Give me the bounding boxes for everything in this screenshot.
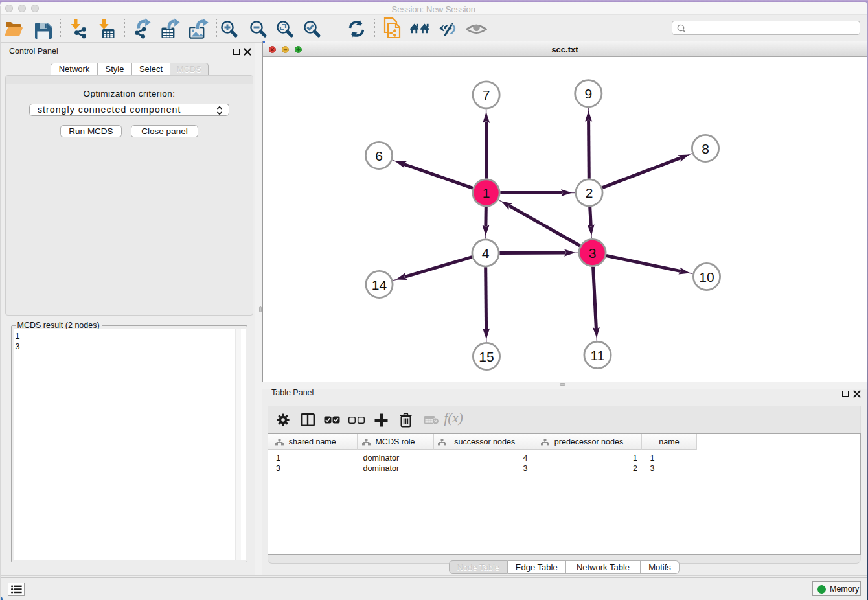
svg-text:2: 2 [586,185,593,200]
svg-text:15: 15 [479,349,494,364]
svg-text:9: 9 [584,86,592,101]
svg-text:3: 3 [589,246,597,260]
svg-text:8: 8 [702,141,709,156]
svg-text:10: 10 [699,270,714,284]
svg-text:11: 11 [591,348,605,363]
svg-text:1: 1 [483,185,490,200]
svg-text:7: 7 [483,87,490,102]
svg-text:6: 6 [375,148,383,163]
svg-text:14: 14 [372,277,387,292]
svg-text:4: 4 [482,246,490,260]
